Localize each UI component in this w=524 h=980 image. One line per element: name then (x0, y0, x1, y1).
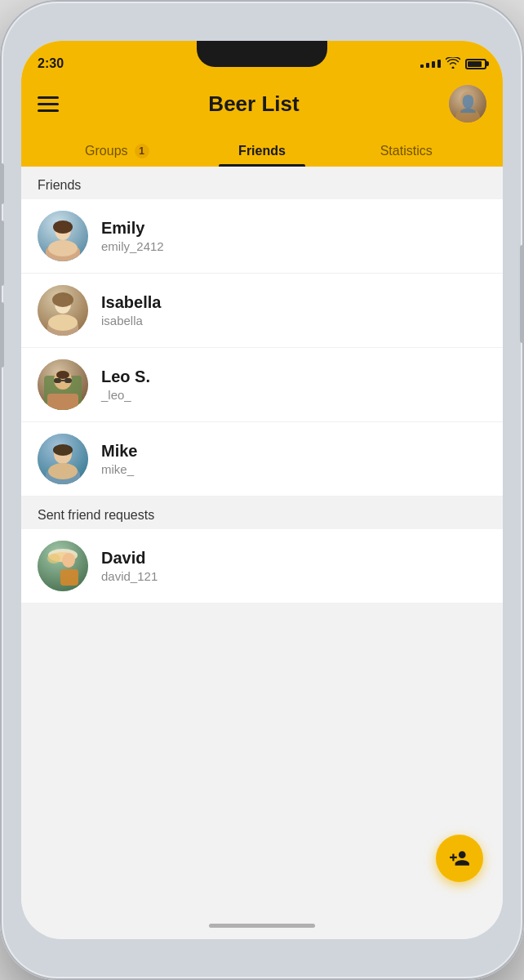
add-friend-button[interactable] (436, 835, 483, 882)
avatar (38, 541, 88, 591)
svg-rect-21 (64, 378, 72, 383)
tab-groups[interactable]: Groups 1 (46, 132, 190, 167)
app-header: Beer List (21, 80, 503, 167)
tab-groups-badge: 1 (133, 142, 151, 160)
list-item[interactable]: Emily emily_2412 (21, 199, 503, 274)
app-title: Beer List (208, 91, 299, 117)
friend-info: Emily emily_2412 (101, 219, 164, 253)
sent-requests-section-header: Sent friend requests (21, 497, 503, 529)
avatar (38, 285, 88, 336)
battery-icon (465, 59, 486, 69)
svg-rect-18 (47, 394, 78, 410)
friend-name: David (101, 549, 158, 568)
person-add-icon (449, 848, 470, 869)
phone-screen: 2:30 (21, 41, 503, 939)
user-avatar[interactable]: 👤 (449, 85, 486, 122)
friend-info: David david_121 (101, 549, 158, 583)
friends-section-title: Friends (38, 178, 81, 192)
friend-username: mike_ (101, 462, 137, 476)
svg-text:👤: 👤 (457, 94, 477, 114)
status-icons (420, 57, 486, 71)
power-button[interactable] (520, 245, 524, 343)
list-item[interactable]: Isabella isabella (21, 274, 503, 348)
tab-statistics-label: Statistics (380, 144, 433, 158)
friends-list: Emily emily_2412 (21, 199, 503, 497)
svg-point-9 (48, 240, 78, 256)
tab-friends[interactable]: Friends (190, 132, 335, 167)
friend-name: Mike (101, 442, 137, 461)
friends-section-header: Friends (21, 167, 503, 199)
friend-name: Isabella (101, 293, 161, 312)
home-indicator[interactable] (209, 924, 315, 928)
svg-point-27 (48, 463, 78, 479)
svg-point-26 (53, 444, 73, 456)
volume-up-button[interactable] (0, 220, 4, 286)
svg-point-31 (47, 554, 60, 564)
signal-icon (420, 60, 441, 68)
friend-username: _leo_ (101, 388, 150, 402)
wifi-icon (446, 57, 460, 71)
svg-rect-20 (54, 378, 61, 383)
avatar (38, 359, 88, 410)
empty-space (21, 604, 503, 767)
sent-requests-list: David david_121 (21, 529, 503, 604)
friend-username: isabella (101, 314, 161, 327)
svg-point-13 (52, 292, 73, 307)
tab-groups-label: Groups (85, 144, 127, 158)
friend-info: Leo S. _leo_ (101, 368, 150, 402)
svg-point-32 (62, 553, 75, 568)
list-item[interactable]: Mike mike_ (21, 422, 503, 497)
list-item[interactable]: David david_121 (21, 529, 503, 604)
volume-down-button[interactable] (0, 302, 4, 368)
friend-info: Mike mike_ (101, 442, 137, 476)
friend-username: emily_2412 (101, 239, 164, 253)
svg-point-19 (56, 371, 69, 379)
svg-rect-33 (60, 569, 78, 586)
volume-mute-button[interactable] (0, 163, 4, 204)
notch (197, 41, 327, 67)
menu-button[interactable] (38, 96, 59, 112)
svg-point-8 (53, 220, 73, 234)
sent-requests-section-title: Sent friend requests (38, 508, 154, 522)
tabs-container: Groups 1 Friends Statistics (38, 132, 486, 167)
list-item[interactable]: Leo S. _leo_ (21, 348, 503, 422)
status-time: 2:30 (38, 56, 64, 71)
friend-username: david_121 (101, 569, 158, 583)
friend-name: Emily (101, 219, 164, 238)
friend-name: Leo S. (101, 368, 150, 386)
main-content: Friends (21, 167, 503, 939)
user-avatar-image: 👤 (449, 85, 486, 122)
tab-statistics[interactable]: Statistics (334, 132, 478, 167)
tab-friends-label: Friends (238, 144, 286, 158)
svg-point-14 (48, 314, 78, 331)
friend-info: Isabella isabella (101, 293, 161, 327)
phone-frame: 2:30 (0, 0, 524, 980)
avatar (38, 211, 88, 261)
avatar (38, 434, 88, 484)
